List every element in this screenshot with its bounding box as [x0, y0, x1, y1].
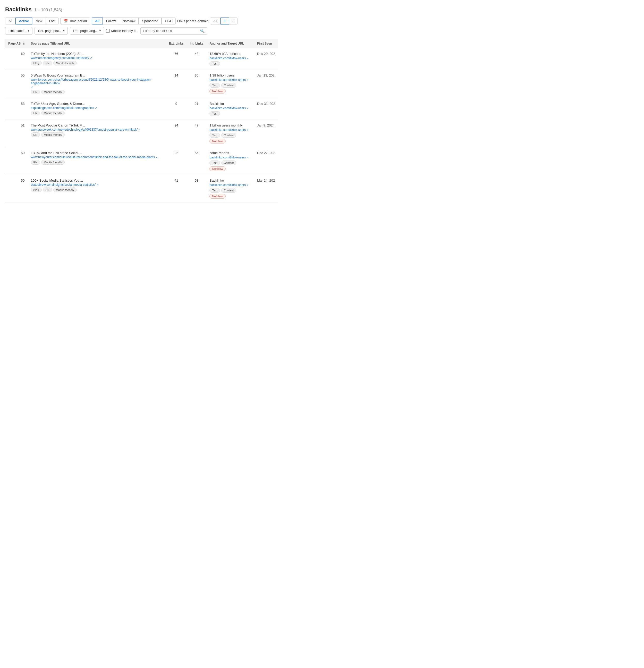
cell-int-links: 58 — [187, 175, 206, 202]
table-row: 50100+ Social Media Statistics You ...st… — [5, 175, 278, 202]
source-title: TikTok and the Fall of the Social-... — [31, 151, 163, 155]
source-title: 5 Ways To Boost Your Instagram E... — [31, 73, 163, 77]
external-link-icon-2: ↗ — [246, 128, 249, 131]
cell-source: 5 Ways To Boost Your Instagram E...www.f… — [28, 70, 166, 98]
cell-source: TikTok and the Fall of the Social-...www… — [28, 147, 166, 175]
ref-page-lang-label: Ref. page lang... — [73, 29, 98, 33]
cell-anchor-target: 1 billion users monthlybacklinko.com/tik… — [206, 120, 254, 147]
source-tags: ENMobile friendly — [31, 160, 163, 165]
anchor-text: Backlinko — [210, 102, 251, 106]
status-btn-new[interactable]: New — [32, 17, 46, 25]
table-row: 60TikTok by the Numbers (2024): St...www… — [5, 48, 278, 70]
anchor-tags: TextContentNofollow — [210, 188, 251, 199]
cell-int-links: 21 — [187, 98, 206, 120]
anchor-text: 1.38 billion users — [210, 73, 251, 77]
source-url-link[interactable]: www.newyorker.com/culture/cultural-comme… — [31, 155, 163, 159]
source-url-link[interactable]: www.autoweek.com/news/technology/a406133… — [31, 128, 163, 131]
external-link-icon-2: ↗ — [246, 156, 249, 159]
anchor-tag-label: Text — [210, 61, 220, 66]
external-link-icon: ↗ — [90, 57, 92, 60]
source-url-link[interactable]: explodingtopics.com/blog/tiktok-demograp… — [31, 106, 163, 110]
source-url-link[interactable]: www.omnicoreagency.com/tiktok-statistics… — [31, 56, 163, 60]
anchor-tag-label: Nofollow — [210, 166, 226, 171]
status-btn-all[interactable]: All — [5, 17, 15, 25]
cell-page-as: 50 — [5, 147, 28, 175]
tag-label: Mobile friendly — [53, 61, 77, 65]
external-link-icon-2: ↗ — [246, 79, 249, 81]
anchor-tags: TextContentNofollow — [210, 133, 251, 143]
backlinks-table: Page AS ⇅ Source page Title and URL Ext.… — [5, 39, 278, 202]
links-per-ref-group: All 1 3 — [210, 17, 237, 25]
target-url-link[interactable]: backlinko.com/tiktok-users ↗ — [210, 156, 251, 159]
cell-ext-links: 76 — [166, 48, 187, 70]
cell-first-seen: Dec 27, 202 — [254, 147, 278, 175]
cell-source: TikTok by the Numbers (2024): St...www.o… — [28, 48, 166, 70]
search-icon: 🔍 — [200, 29, 204, 33]
external-link-icon-2: ↗ — [246, 107, 249, 110]
cell-int-links: 30 — [187, 70, 206, 98]
cell-int-links: 48 — [187, 48, 206, 70]
ref-page-lang-dropdown[interactable]: Ref. page lang... ▾ — [70, 27, 104, 34]
cell-ext-links: 9 — [166, 98, 187, 120]
ref-page-plat-dropdown[interactable]: Ref. page plat... ▾ — [34, 27, 68, 34]
status-btn-lost[interactable]: Lost — [46, 17, 59, 25]
link-type-btn-follow[interactable]: Follow — [103, 17, 119, 25]
cell-anchor-target: some reportsbacklinko.com/tiktok-users ↗… — [206, 147, 254, 175]
tag-label: Mobile friendly — [41, 160, 65, 165]
external-link-icon-2: ↗ — [246, 57, 249, 60]
tag-label: Mobile friendly — [41, 133, 65, 137]
cell-ext-links: 41 — [166, 175, 187, 202]
tag-label: EN — [43, 61, 52, 65]
filter-row-2: Link place... ▾ Ref. page plat... ▾ Ref.… — [5, 27, 278, 34]
anchor-text: 18.68% of Americans — [210, 52, 251, 56]
time-period-button[interactable]: 📅 Time period — [60, 17, 90, 25]
source-title: The Most Popular Car on TikTok M... — [31, 123, 163, 127]
col-first-seen: First Seen — [254, 39, 278, 48]
links-per-ref-3[interactable]: 3 — [229, 17, 237, 25]
target-url-link[interactable]: backlinko.com/tiktok-users ↗ — [210, 78, 251, 82]
tag-label: EN — [31, 133, 40, 137]
source-tags: ENMobile friendly — [31, 90, 163, 94]
anchor-tag-label: Nofollow — [210, 89, 226, 93]
cell-page-as: 53 — [5, 98, 28, 120]
target-url-link[interactable]: backlinko.com/tiktok-users ↗ — [210, 183, 251, 187]
chevron-down-icon-3: ▾ — [99, 29, 101, 32]
links-per-ref-all[interactable]: All — [210, 17, 220, 25]
chevron-down-icon-2: ▾ — [63, 29, 64, 32]
cell-int-links: 55 — [187, 147, 206, 175]
external-link-icon: ↗ — [156, 156, 158, 159]
cell-ext-links: 24 — [166, 120, 187, 147]
link-type-btn-ugc[interactable]: UGC — [162, 17, 176, 25]
target-url-link[interactable]: backlinko.com/tiktok-users ↗ — [210, 128, 251, 132]
cell-anchor-target: 18.68% of Americansbacklinko.com/tiktok-… — [206, 48, 254, 70]
links-per-ref-1[interactable]: 1 — [220, 17, 229, 25]
link-type-btn-all[interactable]: All — [92, 17, 103, 25]
mobile-friendly-checkbox[interactable] — [106, 29, 110, 33]
cell-int-links: 47 — [187, 120, 206, 147]
anchor-tags: Text — [210, 61, 251, 66]
search-input[interactable] — [143, 29, 199, 33]
cell-source: TikTok User Age, Gender, & Demo...explod… — [28, 98, 166, 120]
target-url-link[interactable]: backlinko.com/tiktok-users ↗ — [210, 106, 251, 110]
anchor-tags: TextContentNofollow — [210, 83, 251, 93]
source-url-link[interactable]: www.forbes.com/sites/forbesagencycouncil… — [31, 78, 163, 89]
tag-label: EN — [43, 187, 52, 192]
col-source-title-url: Source page Title and URL — [28, 39, 166, 48]
status-btn-active[interactable]: Active — [15, 17, 32, 25]
source-url-link[interactable]: statusbrew.com/insights/social-media-sta… — [31, 183, 163, 186]
link-type-btn-nofollow[interactable]: Nofollow — [119, 17, 139, 25]
source-title: TikTok by the Numbers (2024): St... — [31, 52, 163, 56]
page-range: 1 – 100 (1,843) — [34, 8, 62, 12]
external-link-icon: ↗ — [95, 107, 97, 109]
table-header-row: Page AS ⇅ Source page Title and URL Ext.… — [5, 39, 278, 48]
link-place-dropdown[interactable]: Link place... ▾ — [5, 27, 32, 34]
col-page-as[interactable]: Page AS ⇅ — [5, 39, 28, 48]
link-type-btn-sponsored[interactable]: Sponsored — [139, 17, 162, 25]
anchor-tags: TextContentNofollow — [210, 161, 251, 171]
cell-page-as: 60 — [5, 48, 28, 70]
anchor-tag-label: Text — [210, 133, 220, 138]
search-box[interactable]: 🔍 — [140, 27, 208, 34]
mobile-friendly-filter[interactable]: Mobile friendly p... — [106, 29, 139, 33]
page-title: Backlinks — [5, 6, 32, 13]
target-url-link[interactable]: backlinko.com/tiktok-users ↗ — [210, 57, 251, 60]
